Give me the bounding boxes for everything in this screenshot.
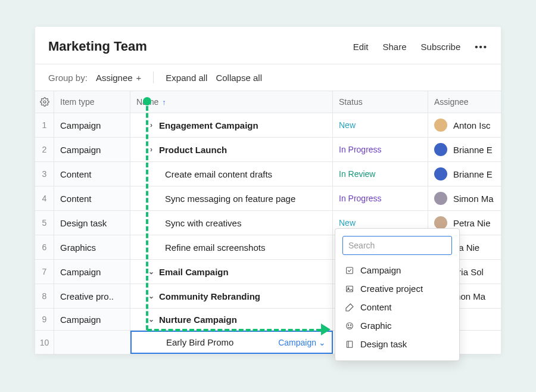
cell-name[interactable]: ⌄Community Rebranding <box>130 284 333 308</box>
chevron-down-icon[interactable]: ⌄ <box>147 315 155 323</box>
row-number: 4 <box>35 186 54 210</box>
cell-name[interactable]: ›Engagement Campaign <box>130 113 333 137</box>
chevron-down-icon: ⌄ <box>319 338 326 347</box>
guide-vertical-line <box>146 106 148 330</box>
edit-link[interactable]: Edit <box>353 42 369 52</box>
svg-point-4 <box>347 322 353 329</box>
cell-status[interactable]: In Review <box>333 162 428 186</box>
cell-item-type[interactable]: Creative pro.. <box>54 284 130 308</box>
header-actions: Edit Share Subscribe ••• <box>353 42 488 52</box>
chevron-right-icon[interactable]: › <box>147 121 155 129</box>
table-row[interactable]: 4ContentSync messaging on feature pageIn… <box>35 186 501 211</box>
item-type-selector-label: Campaign <box>278 338 316 347</box>
sort-asc-icon: ↑ <box>162 98 166 107</box>
group-by-value[interactable]: Assignee + <box>96 73 141 83</box>
row-number: 10 <box>35 331 54 354</box>
dropdown-item-label: Creative project <box>360 284 423 294</box>
panel-header: Marketing Team Edit Share Subscribe ••• <box>35 27 501 64</box>
svg-point-5 <box>348 325 348 325</box>
table-row[interactable]: 2Campaign›Product LaunchIn ProgressBrian… <box>35 138 501 162</box>
cell-status[interactable]: In Progress <box>333 138 428 161</box>
cell-item-type[interactable]: Campaign <box>54 138 130 161</box>
dropdown-item-graphic[interactable]: Graphic <box>342 316 452 335</box>
cell-name-text: Refine email screenshots <box>165 242 265 253</box>
chevron-down-icon[interactable]: ⌄ <box>147 267 155 276</box>
chevron-right-icon[interactable]: › <box>147 145 155 154</box>
assignee-name: Anton Isc <box>453 120 491 130</box>
share-link[interactable]: Share <box>383 42 407 52</box>
avatar <box>434 119 447 132</box>
dropdown-item-content[interactable]: Content <box>342 298 452 316</box>
cell-name-text: Product Launch <box>159 145 227 155</box>
col-header-status[interactable]: Status <box>333 91 428 113</box>
page-title: Marketing Team <box>48 39 353 54</box>
cell-name-text: Sync messaging on feature page <box>165 194 295 204</box>
row-number: 3 <box>35 162 54 186</box>
col-header-assignee[interactable]: Assignee <box>428 91 501 113</box>
cell-item-type[interactable]: Campaign <box>54 309 130 330</box>
chevron-down-icon[interactable]: ⌄ <box>147 292 155 300</box>
settings-column-header[interactable] <box>35 91 54 113</box>
avatar <box>434 167 447 181</box>
guide-dot-icon <box>143 97 151 105</box>
subscribe-link[interactable]: Subscribe <box>421 42 461 52</box>
col-header-item-type[interactable]: Item type <box>54 91 130 113</box>
cell-item-type[interactable]: Graphics <box>54 235 130 259</box>
dropdown-item-creative[interactable]: Creative project <box>342 279 452 298</box>
graphic-icon <box>345 321 354 331</box>
group-by-label: Group by: <box>48 73 88 83</box>
collapse-all-link[interactable]: Collapse all <box>216 73 262 83</box>
cell-name[interactable]: Sync with creatives <box>130 211 333 235</box>
cell-item-type[interactable]: Design task <box>54 211 130 235</box>
cell-name-text: Community Rebranding <box>159 291 260 301</box>
svg-rect-2 <box>347 286 353 291</box>
cell-item-type[interactable] <box>54 331 130 354</box>
table-row[interactable]: 3ContentCreate email content draftsIn Re… <box>35 162 501 186</box>
guide-arrow-icon <box>321 323 331 335</box>
cell-assignee[interactable]: Brianne E <box>428 162 501 186</box>
cell-assignee[interactable]: Anton Isc <box>428 113 501 137</box>
row-number: 8 <box>35 284 54 308</box>
cell-item-type[interactable]: Content <box>54 186 130 210</box>
creative-icon <box>345 284 354 294</box>
cell-name-editing[interactable]: Early Bird PromoCampaign⌄ <box>130 331 333 354</box>
cell-name[interactable]: Create email content drafts <box>130 162 333 186</box>
cell-item-type[interactable]: Campaign <box>54 113 130 137</box>
item-type-selector[interactable]: Campaign⌄ <box>278 338 326 347</box>
cell-name[interactable]: ⌄Email Campaign <box>130 260 333 284</box>
cell-name[interactable]: ›Product Launch <box>130 138 333 161</box>
cell-name[interactable]: Refine email screenshots <box>130 235 333 259</box>
cell-status[interactable]: In Progress <box>333 186 428 210</box>
cell-name[interactable]: ⌄Nurture Campaign <box>130 309 333 330</box>
guide-horizontal-line <box>147 329 321 331</box>
search-input[interactable] <box>342 236 452 255</box>
cell-name-text: Nurture Campaign <box>159 315 237 325</box>
cell-item-type[interactable]: Campaign <box>54 260 130 284</box>
row-number: 1 <box>35 113 54 137</box>
design-icon <box>345 340 354 349</box>
dropdown-item-design[interactable]: Design task <box>342 335 452 353</box>
assignee-name: Petra Nie <box>453 218 491 228</box>
group-by-value-text: Assignee <box>96 73 133 83</box>
table-toolbar: Group by: Assignee + Expand all Collapse… <box>35 64 501 91</box>
more-menu-icon[interactable]: ••• <box>475 42 488 52</box>
cell-item-type[interactable]: Content <box>54 162 130 186</box>
dropdown-item-label: Design task <box>360 339 407 349</box>
svg-point-0 <box>43 101 46 103</box>
plus-icon[interactable]: + <box>136 73 142 83</box>
dropdown-item-campaign[interactable]: Campaign <box>342 261 452 279</box>
cell-name[interactable]: Sync messaging on feature page <box>130 186 333 210</box>
cell-assignee[interactable]: Simon Ma <box>428 186 501 210</box>
table-row[interactable]: 1Campaign›Engagement CampaignNewAnton Is… <box>35 113 501 138</box>
cell-name-text: Sync with creatives <box>165 218 241 228</box>
row-number: 5 <box>35 211 54 235</box>
cell-name-text: Engagement Campaign <box>159 120 258 130</box>
svg-rect-1 <box>347 267 353 273</box>
col-header-name[interactable]: Name ↑ <box>130 91 333 113</box>
expand-all-link[interactable]: Expand all <box>166 73 207 83</box>
content-icon <box>345 303 354 312</box>
dropdown-item-label: Graphic <box>360 321 392 331</box>
cell-status[interactable]: New <box>333 113 428 137</box>
assignee-name: Brianne E <box>453 145 493 155</box>
cell-assignee[interactable]: Brianne E <box>428 138 501 161</box>
